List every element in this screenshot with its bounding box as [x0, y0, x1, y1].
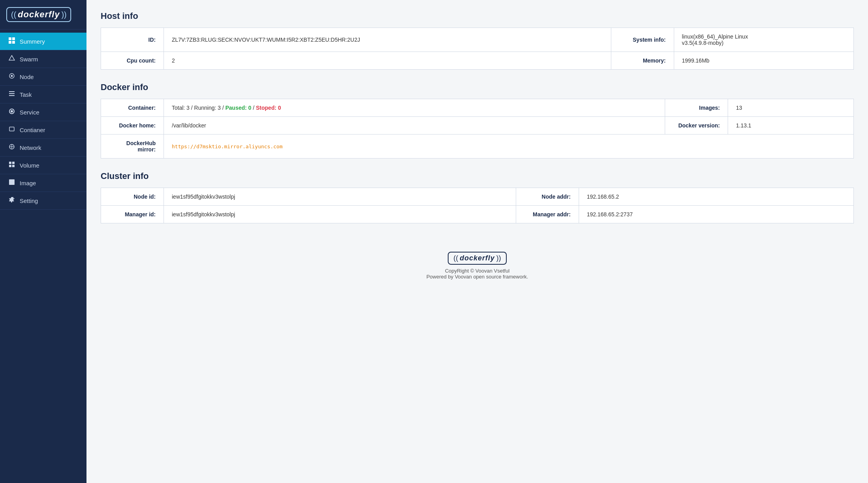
node-id-label: Node id:	[101, 188, 164, 206]
svg-rect-18	[9, 179, 15, 185]
svg-rect-15	[12, 162, 15, 164]
sidebar-item-container[interactable]: Contianer	[0, 121, 86, 139]
logo-left-paren: ((	[11, 10, 16, 19]
docker-home-label: Docker home:	[101, 117, 164, 135]
container-paused: Paused: 0	[225, 105, 251, 111]
cluster-info-table: Node id: iew1sf95dfgitokkv3wstolpj Node …	[101, 188, 854, 223]
footer-logo-right-paren: ))	[497, 254, 501, 262]
sidebar-item-label-setting: Setting	[20, 197, 38, 204]
docker-home-value: /var/lib/docker	[164, 117, 665, 135]
id-value: ZL7V:7ZB3:RLUG:SECK:NVOV:UKT7:WUMM:I5R2:…	[164, 28, 611, 52]
docker-version-label: Docker version:	[665, 117, 728, 135]
system-info-line2: v3.5(4.9.8-moby)	[682, 40, 724, 46]
logo-text: dockerfly	[18, 9, 60, 20]
sidebar-logo: (( dockerfly ))	[0, 0, 86, 29]
cpu-count-label: Cpu count:	[101, 52, 164, 70]
cpu-count-value: 2	[164, 52, 611, 70]
svg-rect-14	[9, 162, 11, 164]
network-icon	[8, 144, 16, 151]
footer-logo-left-paren: ((	[453, 254, 458, 262]
sidebar-item-setting[interactable]: Setting	[0, 192, 86, 210]
setting-icon	[8, 197, 16, 205]
footer-copyright: CopyRight © Voovan Vsetful	[101, 268, 854, 274]
node-addr-label: Node addr:	[516, 188, 579, 206]
memory-label: Memory:	[611, 52, 674, 70]
manager-addr-value: 192.168.65.2:2737	[579, 206, 853, 223]
sidebar-item-service[interactable]: Service	[0, 103, 86, 121]
svg-rect-10	[9, 127, 14, 131]
sidebar-item-label-swarm: Swarm	[20, 56, 38, 63]
dockerhub-link: https://d7msktio.mirror.aliyuncs.com	[172, 144, 283, 149]
sidebar: (( dockerfly )) SummerySwarmNodeTaskServ…	[0, 0, 86, 483]
host-info-title: Host info	[101, 11, 854, 21]
manager-id-label: Manager id:	[101, 206, 164, 223]
footer-logo-text: dockerfly	[460, 254, 495, 262]
sidebar-item-node[interactable]: Node	[0, 68, 86, 86]
sidebar-item-label-task: Task	[20, 91, 32, 98]
images-value: 13	[728, 99, 854, 117]
container-stopped: Stoped: 0	[256, 105, 281, 111]
svg-rect-2	[9, 41, 11, 44]
swarm-icon	[8, 55, 16, 63]
sidebar-item-label-node: Node	[20, 74, 34, 80]
node-id-value: iew1sf95dfgitokkv3wstolpj	[164, 188, 516, 206]
container-total: Total: 3 / Running: 3 /	[172, 105, 225, 111]
main-content: Host info ID: ZL7V:7ZB3:RLUG:SECK:NVOV:U…	[86, 0, 868, 483]
manager-addr-label: Manager addr:	[516, 206, 579, 223]
svg-rect-3	[12, 41, 15, 44]
sidebar-item-network[interactable]: Network	[0, 139, 86, 157]
sidebar-item-swarm[interactable]: Swarm	[0, 50, 86, 68]
system-info-label: System info:	[611, 28, 674, 52]
sidebar-item-label-network: Network	[20, 144, 41, 151]
cluster-info-title: Cluster info	[101, 171, 854, 181]
footer-powered: Powered by Voovan open source framework.	[101, 274, 854, 280]
id-label: ID:	[101, 28, 164, 52]
sidebar-item-label-image: Image	[20, 180, 36, 186]
memory-value: 1999.16Mb	[674, 52, 853, 70]
sidebar-item-task[interactable]: Task	[0, 86, 86, 103]
sidebar-item-label-summery: Summery	[20, 38, 45, 45]
task-icon	[8, 90, 16, 98]
svg-rect-1	[12, 37, 15, 40]
dockerhub-value: https://d7msktio.mirror.aliyuncs.com	[164, 135, 854, 159]
sidebar-item-label-volume: Volume	[20, 162, 39, 169]
sidebar-item-volume[interactable]: Volume	[0, 157, 86, 174]
sidebar-item-image[interactable]: Image	[0, 174, 86, 192]
container-label: Container:	[101, 99, 164, 117]
image-icon	[8, 179, 16, 187]
svg-point-6	[11, 75, 13, 77]
volume-icon	[8, 161, 16, 169]
svg-rect-16	[9, 165, 11, 167]
container-value: Total: 3 / Running: 3 / Paused: 0 / Stop…	[164, 99, 665, 117]
svg-rect-9	[9, 95, 15, 96]
sidebar-item-label-service: Service	[20, 109, 39, 116]
system-info-line1: linux(x86_64)_Alpine Linux	[682, 33, 748, 40]
summery-icon	[8, 37, 16, 45]
docker-info-title: Docker info	[101, 82, 854, 92]
container-sep: /	[251, 105, 256, 111]
system-info-value: linux(x86_64)_Alpine Linux v3.5(4.9.8-mo…	[674, 28, 853, 52]
svg-marker-4	[9, 55, 15, 60]
service-icon	[8, 108, 16, 116]
svg-rect-8	[9, 93, 15, 94]
sidebar-nav: SummerySwarmNodeTaskServiceContianerNetw…	[0, 29, 86, 483]
sidebar-item-summery[interactable]: Summery	[0, 33, 86, 50]
host-info-table: ID: ZL7V:7ZB3:RLUG:SECK:NVOV:UKT7:WUMM:I…	[101, 28, 854, 70]
svg-rect-17	[12, 165, 15, 167]
docker-version-value: 1.13.1	[728, 117, 854, 135]
svg-rect-0	[9, 37, 11, 40]
logo-right-paren: ))	[61, 10, 66, 19]
container-icon	[8, 126, 16, 134]
dockerhub-label: DockerHubmirror:	[101, 135, 164, 159]
footer-logo: (( dockerfly ))	[101, 252, 854, 265]
manager-id-value: iew1sf95dfgitokkv3wstolpj	[164, 206, 516, 223]
footer: (( dockerfly )) CopyRight © Voovan Vsetf…	[101, 236, 854, 288]
docker-info-table: Container: Total: 3 / Running: 3 / Pause…	[101, 99, 854, 159]
images-label: Images:	[665, 99, 728, 117]
node-addr-value: 192.168.65.2	[579, 188, 853, 206]
node-icon	[8, 73, 16, 81]
sidebar-item-label-container: Contianer	[20, 127, 45, 133]
svg-rect-7	[9, 91, 15, 92]
